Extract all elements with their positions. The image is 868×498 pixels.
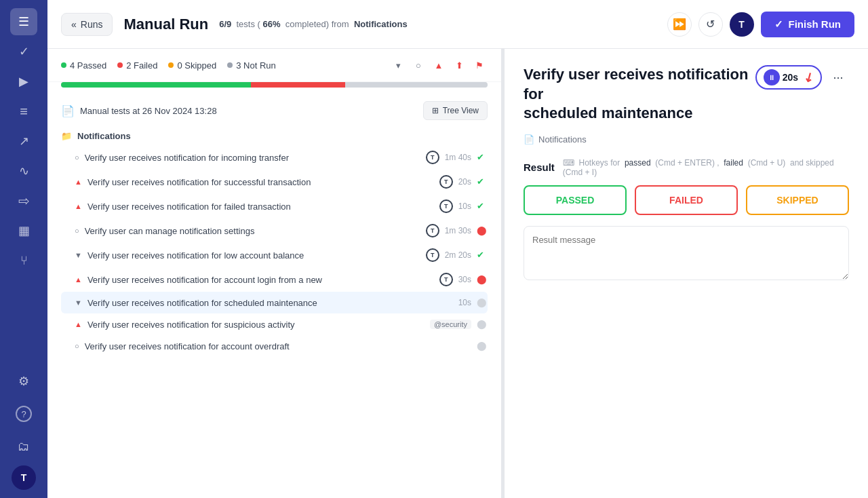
not-run-dot <box>227 62 233 68</box>
test-item[interactable]: ○ Verify user receives notification for … <box>61 335 488 357</box>
failed-button[interactable]: FAILED <box>635 185 738 215</box>
detail-breadcrumb-label: Notifications <box>538 134 587 145</box>
pause-icon: ⏸ <box>768 74 775 81</box>
skipped-button[interactable]: SKIPPED <box>746 185 849 215</box>
test-breadcrumb: 📄 Notifications <box>524 134 849 145</box>
sidebar-item-check[interactable]: ✓ <box>10 38 37 65</box>
filter-chevron-down[interactable]: ▾ <box>390 57 406 73</box>
avatar-button[interactable]: T <box>730 12 754 37</box>
stats-filters: ▾ ○ ▲ ⬆ ⚑ <box>390 57 488 73</box>
result-label: Result <box>524 161 555 173</box>
test-meta: 6/9 tests ( 66% completed) from Notifica… <box>219 19 407 29</box>
test-section: 📁 Notifications ○ Verify user receives n… <box>47 127 501 357</box>
test-name-2: Verify user receives notification for su… <box>87 177 434 187</box>
sidebar-item-help[interactable]: ? <box>10 400 37 427</box>
test-item[interactable]: ▼ Verify user receives notification for … <box>61 243 488 267</box>
avatar-badge-2: T <box>439 175 453 189</box>
test-item[interactable]: ▲ Verify user receives notification for … <box>61 170 488 194</box>
sidebar-item-table[interactable]: ▦ <box>10 217 37 244</box>
test-time-2: 20s <box>458 177 471 187</box>
test-item[interactable]: ▲ Verify user receives notification for … <box>61 313 488 335</box>
check-icon: ✓ <box>19 44 29 59</box>
sidebar: ☰ ✓ ▶ ≡ ↗ ∿ ⇨ ▦ ⑂ ⚙ ? 🗂 T <box>0 0 47 498</box>
runs-button[interactable]: « Runs <box>61 13 113 36</box>
meta-tests: 6/9 <box>219 19 231 29</box>
test-name-7: Verify user receives notification for sc… <box>87 298 453 308</box>
passed-button[interactable]: PASSED <box>524 185 627 215</box>
failed-dot <box>117 62 123 68</box>
meta-suffix: completed) from <box>285 19 349 29</box>
sidebar-item-folder[interactable]: 🗂 <box>10 433 37 460</box>
test-item[interactable]: ○ Verify user can manage notification se… <box>61 218 488 243</box>
result-section: Result ⌨ Hotkeys for passed (Cmd + ENTER… <box>524 158 849 283</box>
list-icon: ≡ <box>20 104 28 119</box>
stats-bar: 4 Passed 2 Failed 0 Skipped 3 Not Run ▾ … <box>47 49 501 82</box>
skipped-dot <box>168 62 174 68</box>
failed-stat: 2 Failed <box>117 60 157 71</box>
menu-icon: ☰ <box>18 14 29 29</box>
sidebar-item-menu[interactable]: ☰ <box>10 8 37 35</box>
more-options-button[interactable]: ··· <box>827 66 849 88</box>
section-name: Notifications <box>77 131 131 141</box>
sidebar-item-wave[interactable]: ∿ <box>10 157 37 185</box>
sidebar-item-export[interactable]: ⇨ <box>10 187 37 214</box>
failed-count: 2 Failed <box>126 60 157 71</box>
sidebar-item-runs[interactable]: ▶ <box>10 68 37 95</box>
hotkeys-skipped: and skipped <box>790 158 834 168</box>
hotkeys-passed: passed <box>625 158 651 168</box>
timer-icon: ↺ <box>706 18 715 31</box>
tree-view-label: Tree View <box>443 106 479 115</box>
avatar-badge-4: T <box>426 224 439 237</box>
filter-flag[interactable]: ⚑ <box>471 57 488 73</box>
avatar-badge-1: T <box>426 151 439 164</box>
settings-icon: ⚙ <box>18 374 29 389</box>
breadcrumb-label: Manual tests at 26 Nov 2024 13:28 <box>80 106 217 116</box>
keyboard-icon: ⌨ <box>563 158 574 168</box>
status-icon-5: ✔ <box>477 250 488 261</box>
chart-up-icon: ↗ <box>19 134 29 149</box>
avatar-badge-6: T <box>439 273 453 286</box>
filter-circle[interactable]: ○ <box>410 57 427 73</box>
test-name-1: Verify user receives notification for in… <box>85 153 420 163</box>
expander-icon-3: ▲ <box>75 202 82 210</box>
sidebar-item-analytics[interactable]: ↗ <box>10 128 37 155</box>
status-icon-4: ⬤ <box>477 225 488 236</box>
sidebar-item-settings[interactable]: ⚙ <box>10 368 37 395</box>
sidebar-item-list[interactable]: ≡ <box>10 98 37 125</box>
expander-icon-5: ▼ <box>75 251 82 259</box>
git-icon: ⑂ <box>20 254 28 268</box>
test-item[interactable]: ▲ Verify user receives notification for … <box>61 194 488 218</box>
test-time-6: 30s <box>458 275 471 284</box>
test-item[interactable]: ○ Verify user receives notification for … <box>61 145 488 170</box>
expander-icon-9: ○ <box>75 342 79 350</box>
breadcrumb-doc-icon: 📄 <box>524 134 534 145</box>
fast-forward-button[interactable]: ⏩ <box>667 12 692 37</box>
filter-up[interactable]: ▲ <box>431 57 447 73</box>
breadcrumb: 📄 Manual tests at 26 Nov 2024 13:28 <box>61 104 217 117</box>
result-header: Result ⌨ Hotkeys for passed (Cmd + ENTER… <box>524 158 849 177</box>
finish-run-button[interactable]: ✓ Finish Run <box>761 12 855 37</box>
tree-view-button[interactable]: ⊞ Tree View <box>423 101 488 120</box>
test-item[interactable]: ▲ Verify user receives notification for … <box>61 267 488 292</box>
filter-double-up[interactable]: ⬆ <box>451 57 467 73</box>
progress-not-run <box>345 82 488 88</box>
folder-icon: 🗂 <box>18 440 30 454</box>
wave-icon: ∿ <box>19 164 29 178</box>
expander-icon-7: ▼ <box>75 299 82 307</box>
hotkeys-info: ⌨ Hotkeys for passed (Cmd + ENTER) , fai… <box>563 158 849 177</box>
timer-value: 20s <box>783 72 798 83</box>
section-doc-icon: 📁 <box>61 131 72 141</box>
expander-icon-4: ○ <box>75 227 79 235</box>
help-icon: ? <box>16 406 32 422</box>
test-item-active[interactable]: ▼ Verify user receives notification for … <box>61 292 488 313</box>
table-icon: ▦ <box>18 223 30 238</box>
expander-icon-1: ○ <box>75 153 79 161</box>
status-icon-9: ⬤ <box>477 341 488 351</box>
sidebar-avatar[interactable]: T <box>12 465 36 490</box>
result-message-input[interactable] <box>524 226 849 280</box>
timer-button[interactable]: ↺ <box>698 12 723 37</box>
pause-button[interactable]: ⏸ <box>764 69 780 85</box>
progress-failed <box>251 82 346 88</box>
sidebar-item-git[interactable]: ⑂ <box>10 247 37 274</box>
test-name-3: Verify user receives notification for fa… <box>87 202 434 212</box>
